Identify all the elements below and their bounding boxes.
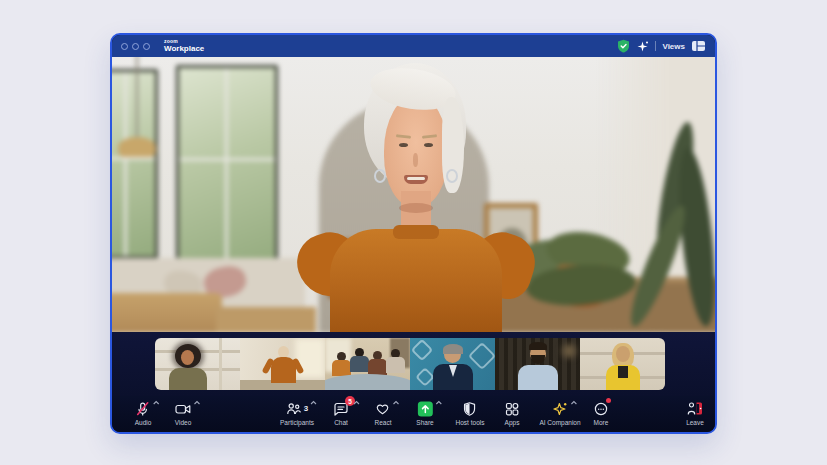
titlebar-divider bbox=[655, 41, 656, 51]
participant-torso bbox=[386, 357, 405, 373]
participant-thumbnail[interactable] bbox=[155, 338, 240, 390]
shield-check-icon[interactable] bbox=[617, 39, 630, 53]
camera-icon bbox=[175, 400, 192, 417]
sparkle-icon[interactable] bbox=[636, 40, 649, 53]
participants-label: Participants bbox=[280, 419, 314, 426]
video-button[interactable]: Video bbox=[175, 400, 192, 426]
share-button[interactable]: Share bbox=[416, 400, 433, 426]
participants-icon: 3 bbox=[286, 400, 308, 417]
chat-bubble-icon: 5 bbox=[333, 400, 349, 417]
share-screen-icon bbox=[417, 400, 433, 417]
chevron-up-icon[interactable] bbox=[435, 400, 442, 405]
leave-button[interactable]: Leave bbox=[686, 400, 704, 426]
heart-icon bbox=[375, 400, 391, 417]
zoom-meeting-window: zoom Workplace Views bbox=[110, 33, 717, 434]
participant-thumbnail[interactable] bbox=[495, 338, 580, 390]
conference-table bbox=[325, 374, 410, 390]
shelf-decor bbox=[219, 338, 222, 390]
participant-torso bbox=[332, 360, 351, 376]
top-collar bbox=[393, 225, 439, 239]
chevron-up-icon[interactable] bbox=[153, 400, 160, 405]
window-controls bbox=[121, 43, 150, 50]
more-button[interactable]: More bbox=[593, 400, 609, 426]
titlebar-right-controls: Views bbox=[617, 39, 706, 53]
speaker-nose bbox=[413, 153, 418, 167]
chat-label: Chat bbox=[334, 419, 348, 426]
share-label: Share bbox=[416, 419, 433, 426]
participant-hair bbox=[443, 344, 463, 354]
participant-inner-top bbox=[618, 366, 628, 378]
chat-button[interactable]: 5 Chat bbox=[333, 400, 349, 426]
participant-torso bbox=[518, 365, 558, 390]
close-window-button[interactable] bbox=[121, 43, 128, 50]
hoop-earring bbox=[374, 169, 386, 183]
react-button[interactable]: React bbox=[375, 400, 392, 426]
speaker-smile bbox=[407, 177, 425, 180]
microphone-muted-icon bbox=[135, 400, 151, 417]
chevron-up-icon[interactable] bbox=[194, 400, 201, 405]
participant-thumbnail[interactable] bbox=[240, 338, 325, 390]
window-titlebar: zoom Workplace Views bbox=[112, 35, 715, 57]
main-speaker-video[interactable] bbox=[112, 57, 715, 332]
chevron-up-icon[interactable] bbox=[310, 400, 317, 405]
audio-button[interactable]: Audio bbox=[135, 400, 152, 426]
participant-face bbox=[616, 346, 630, 362]
more-notification-dot bbox=[606, 398, 611, 403]
smiley-icon bbox=[593, 400, 609, 417]
participant-filmstrip bbox=[155, 338, 665, 390]
chevron-up-icon[interactable] bbox=[570, 400, 577, 405]
participant-hair bbox=[529, 342, 547, 350]
chevron-up-icon[interactable] bbox=[393, 400, 400, 405]
apps-label: Apps bbox=[505, 419, 520, 426]
speaker-figure bbox=[112, 57, 715, 332]
leave-door-icon bbox=[686, 400, 704, 417]
speaker-eye bbox=[424, 143, 433, 147]
participant-torso bbox=[169, 368, 207, 390]
participant-thumbnail[interactable] bbox=[580, 338, 665, 390]
participant-torso bbox=[368, 359, 387, 375]
hexagon-decor bbox=[468, 342, 495, 370]
minimize-window-button[interactable] bbox=[132, 43, 139, 50]
participant-face bbox=[181, 350, 194, 365]
speaker-orange-top bbox=[330, 229, 502, 332]
leave-label: Leave bbox=[686, 419, 704, 426]
hexagon-decor bbox=[415, 367, 435, 387]
zoom-workplace-logo: zoom Workplace bbox=[164, 39, 204, 53]
video-label: Video bbox=[175, 419, 192, 426]
audio-label: Audio bbox=[135, 419, 152, 426]
meeting-toolbar: Audio Video 3 Participants 5 Chat bbox=[112, 396, 715, 432]
views-label: Views bbox=[662, 42, 685, 51]
more-label: More bbox=[594, 419, 609, 426]
host-tools-button[interactable]: Host tools bbox=[456, 400, 485, 426]
grid-view-icon[interactable] bbox=[691, 39, 706, 53]
workplace-logo-text: Workplace bbox=[164, 45, 204, 53]
speaker-eye bbox=[399, 143, 408, 147]
participant-thumbnail[interactable] bbox=[325, 338, 410, 390]
participant-torso bbox=[271, 357, 296, 383]
participant-count: 3 bbox=[304, 404, 308, 413]
participant-torso bbox=[350, 356, 369, 372]
react-label: React bbox=[375, 419, 392, 426]
apps-button[interactable]: Apps bbox=[504, 400, 520, 426]
ai-sparkle-icon bbox=[551, 400, 568, 417]
participants-button[interactable]: 3 Participants bbox=[280, 400, 314, 426]
neck-shadow bbox=[399, 203, 433, 213]
ai-companion-button[interactable]: AI Companion bbox=[539, 400, 580, 426]
lamp-glow bbox=[562, 344, 576, 358]
host-tools-label: Host tools bbox=[456, 419, 485, 426]
chevron-up-icon[interactable] bbox=[353, 400, 360, 405]
participant-thumbnail[interactable] bbox=[410, 338, 495, 390]
hexagon-decor bbox=[411, 339, 434, 362]
shield-icon bbox=[462, 400, 478, 417]
ai-companion-label: AI Companion bbox=[539, 419, 580, 426]
maximize-window-button[interactable] bbox=[143, 43, 150, 50]
hoop-earring bbox=[446, 169, 458, 183]
apps-icon bbox=[504, 400, 520, 417]
